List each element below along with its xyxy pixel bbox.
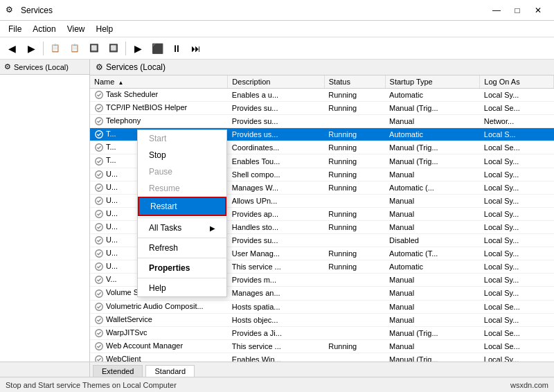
context-menu-item-label: Refresh bbox=[149, 243, 178, 253]
cell-startup: Manual bbox=[385, 194, 480, 207]
col-startup[interactable]: Startup Type bbox=[385, 75, 480, 89]
cell-status bbox=[324, 353, 385, 362]
cell-description: Manages an... bbox=[228, 287, 324, 300]
cell-logon: Local Sy... bbox=[480, 154, 554, 168]
cell-description: Enables Tou... bbox=[228, 154, 324, 168]
cell-logon: Local Sy... bbox=[480, 89, 554, 102]
title-bar-text: Services bbox=[21, 6, 486, 15]
tab-extended[interactable]: Extended bbox=[93, 365, 143, 377]
context-menu-item-label: Stop bbox=[149, 150, 166, 160]
service-icon bbox=[94, 157, 104, 166]
col-status[interactable]: Status bbox=[324, 75, 385, 89]
restart-button[interactable]: ⏭ bbox=[187, 39, 205, 57]
main-layout: ⚙ Services (Local) ⚙ Services (Local) Na… bbox=[0, 60, 554, 362]
cell-startup: Manual (Trig... bbox=[385, 154, 480, 168]
cell-status bbox=[324, 313, 385, 326]
cell-description: Provides su... bbox=[228, 115, 324, 128]
cell-description: Manages W... bbox=[228, 181, 324, 194]
cell-logon: Local Sy... bbox=[480, 247, 554, 260]
toolbar-btn-1[interactable]: 📋 bbox=[46, 39, 64, 57]
cell-name: Web Account Manager bbox=[90, 339, 228, 353]
left-panel: ⚙ Services (Local) bbox=[0, 60, 90, 362]
cell-logon: Networ... bbox=[480, 115, 554, 128]
stop-button[interactable]: ⬛ bbox=[148, 39, 166, 57]
service-icon bbox=[94, 249, 104, 258]
cell-status bbox=[324, 326, 385, 339]
cell-logon: Local Se... bbox=[480, 339, 554, 353]
cell-name: WalletService bbox=[90, 313, 228, 326]
context-menu-separator bbox=[138, 217, 226, 218]
cell-status: Running bbox=[324, 181, 385, 194]
cell-startup: Manual (Trig... bbox=[385, 141, 480, 154]
menu-action[interactable]: Action bbox=[27, 21, 61, 37]
context-menu-item-all-tasks[interactable]: All Tasks▶ bbox=[138, 220, 226, 236]
service-icon bbox=[94, 143, 104, 152]
context-menu-item-refresh[interactable]: Refresh bbox=[138, 240, 226, 256]
maximize-button[interactable]: □ bbox=[507, 0, 528, 21]
toolbar-sep-2 bbox=[125, 42, 126, 55]
cell-status bbox=[324, 115, 385, 128]
menu-help[interactable]: Help bbox=[91, 21, 119, 37]
service-icon bbox=[94, 355, 104, 362]
cell-startup: Manual bbox=[385, 220, 480, 233]
cell-status bbox=[324, 274, 385, 287]
cell-startup: Manual bbox=[385, 313, 480, 326]
pause-button[interactable]: ⏸ bbox=[168, 39, 186, 57]
cell-startup: Manual (Trig... bbox=[385, 353, 480, 362]
service-icon bbox=[94, 262, 104, 271]
service-icon bbox=[94, 275, 104, 285]
service-icon bbox=[94, 289, 104, 299]
forward-button[interactable]: ▶ bbox=[22, 39, 40, 57]
cell-status: Running bbox=[324, 89, 385, 102]
col-name[interactable]: Name ▲ bbox=[90, 75, 228, 89]
tab-standard[interactable]: Standard bbox=[145, 365, 195, 377]
cell-name: Volumetric Audio Composit... bbox=[90, 300, 228, 313]
cell-status bbox=[324, 194, 385, 207]
cell-logon: Local Sy... bbox=[480, 353, 554, 362]
back-button[interactable]: ◀ bbox=[3, 39, 21, 57]
context-menu-item-label: Resume bbox=[149, 184, 180, 193]
col-logon[interactable]: Log On As bbox=[480, 75, 554, 89]
col-description[interactable]: Description bbox=[228, 75, 324, 89]
play-button[interactable]: ▶ bbox=[129, 39, 147, 57]
cell-status bbox=[324, 300, 385, 313]
service-icon bbox=[94, 130, 104, 139]
cell-startup: Manual bbox=[385, 274, 480, 287]
cell-status: Running bbox=[324, 168, 385, 181]
cell-status: Running bbox=[324, 339, 385, 353]
cell-description: Provides su... bbox=[228, 102, 324, 115]
context-menu-item-restart[interactable]: Restart bbox=[138, 197, 226, 216]
toolbar-btn-2[interactable]: 📋 bbox=[66, 39, 84, 57]
context-menu-item-label: All Tasks bbox=[149, 223, 181, 233]
context-menu-item-start: Start bbox=[138, 130, 226, 147]
context-menu-item-resume: Resume bbox=[138, 180, 226, 197]
cell-description: Enables a u... bbox=[228, 89, 324, 102]
context-menu-item-properties[interactable]: Properties bbox=[138, 260, 226, 276]
left-panel-title: Services (Local) bbox=[14, 63, 69, 71]
cell-name: Telephony bbox=[90, 115, 228, 128]
cell-description: Provides su... bbox=[228, 234, 324, 247]
cell-startup: Automatic (... bbox=[385, 181, 480, 194]
service-icon bbox=[94, 315, 104, 325]
context-menu-item-label: Restart bbox=[150, 202, 177, 211]
cell-name: Task Scheduler bbox=[90, 89, 228, 102]
context-menu-item-label: Start bbox=[149, 134, 166, 143]
context-menu-item-stop[interactable]: Stop bbox=[138, 147, 226, 163]
cell-startup: Manual bbox=[385, 207, 480, 220]
cell-status: Running bbox=[324, 260, 385, 274]
cell-logon: Local Se... bbox=[480, 326, 554, 339]
submenu-arrow-icon: ▶ bbox=[210, 224, 215, 232]
context-menu-separator bbox=[138, 278, 226, 278]
context-menu-separator bbox=[138, 258, 226, 258]
toolbar-btn-3[interactable]: 🔲 bbox=[85, 39, 103, 57]
context-menu-item-help[interactable]: Help bbox=[138, 280, 226, 296]
minimize-button[interactable]: — bbox=[486, 0, 507, 21]
close-button[interactable]: ✕ bbox=[528, 0, 548, 21]
cell-name: WebClient bbox=[90, 353, 228, 362]
cell-logon: Local Se... bbox=[480, 300, 554, 313]
cell-status bbox=[324, 287, 385, 300]
menu-view[interactable]: View bbox=[62, 21, 91, 37]
toolbar-btn-4[interactable]: 🔲 bbox=[105, 39, 123, 57]
services-table-area[interactable]: Name ▲ Description Status Startup Type L… bbox=[90, 75, 554, 362]
menu-file[interactable]: File bbox=[3, 21, 27, 37]
